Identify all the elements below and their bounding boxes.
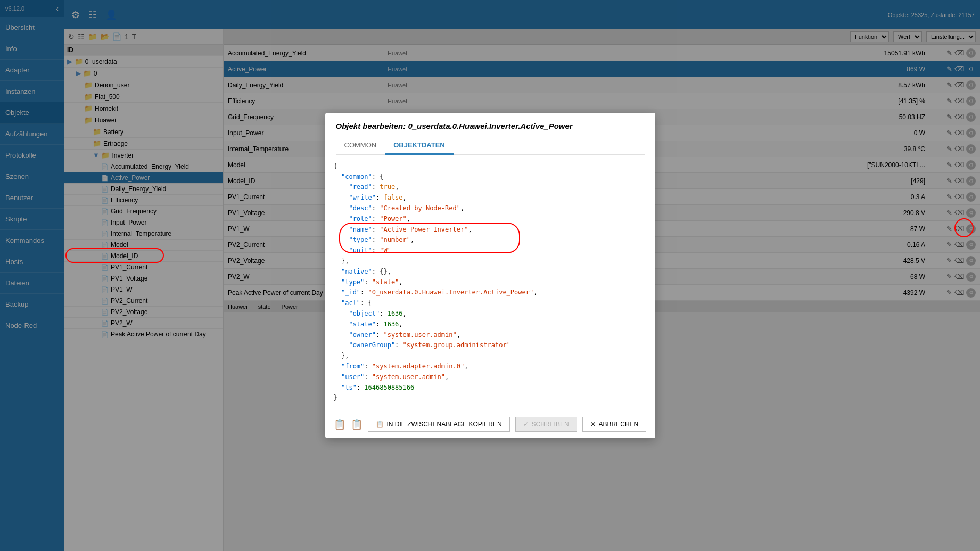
copy-to-clipboard-button[interactable]: 📋 IN DIE ZWISCHENABLAGE KOPIEREN (368, 417, 510, 432)
tab-common[interactable]: COMMON (336, 137, 385, 155)
clipboard-icon: 📋 (376, 421, 384, 428)
modal-overlay: Objekt bearbeiten: 0_userdata.0.Huawei.I… (0, 0, 980, 551)
cancel-button[interactable]: ✕ ABBRECHEN (582, 417, 647, 432)
modal-tabs: COMMON OBJEKTDATEN (336, 137, 645, 155)
modal: Objekt bearbeiten: 0_userdata.0.Huawei.I… (325, 113, 655, 438)
check-icon: ✓ (523, 421, 529, 428)
modal-title: Objekt bearbeiten: 0_userdata.0.Huawei.I… (336, 121, 645, 130)
close-icon: ✕ (590, 421, 596, 428)
tab-objektdaten[interactable]: OBJEKTDATEN (385, 137, 454, 155)
paste-doc-icon[interactable]: 📋 (351, 418, 363, 430)
write-button[interactable]: ✓ SCHREIBEN (515, 417, 577, 432)
copy-doc-icon[interactable]: 📋 (334, 418, 345, 430)
modal-header: Objekt bearbeiten: 0_userdata.0.Huawei.I… (325, 113, 655, 155)
modal-footer: 📋 📋 📋 IN DIE ZWISCHENABLAGE KOPIEREN ✓ S… (325, 410, 655, 438)
modal-body: { "common": { "read": true, "write": fal… (325, 155, 655, 410)
